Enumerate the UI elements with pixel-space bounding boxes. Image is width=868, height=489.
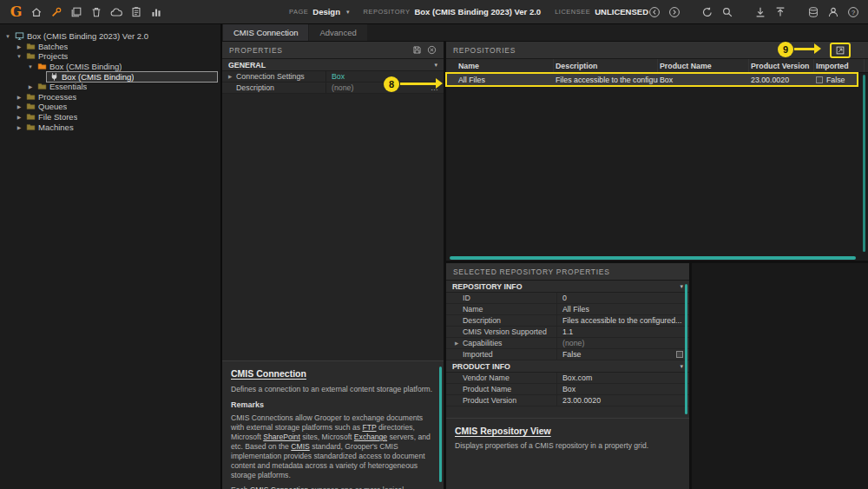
chevron-down-icon[interactable]: ▾ [680,283,683,290]
chevron-expanded-icon[interactable]: ▼ [26,64,35,69]
chevron-expanded-icon[interactable]: ▼ [15,54,23,59]
batches-icon[interactable] [70,6,82,18]
home-icon[interactable] [30,6,43,18]
user-icon[interactable] [827,6,839,18]
property-label-cell: ▶Capabilities [446,338,557,348]
tree-node-content: Batches [23,42,70,51]
doc-link-sharepoint[interactable]: SharePoint [263,433,300,441]
tree-node-queues[interactable]: ▶Queues [0,102,220,112]
refresh-icon[interactable] [701,6,713,18]
tree-node-box-cmis-binding[interactable]: ▼Box (CMIS Binding) [0,62,220,72]
property-label: Capabilities [463,339,502,347]
property-label: Name [463,305,483,314]
chart-icon[interactable] [150,6,162,18]
tab-advanced[interactable]: Advanced [309,24,366,41]
property-row-name[interactable]: NameAll Files [446,304,689,315]
category-product-info[interactable]: PRODUCT INFO▾ [446,360,689,373]
save-icon[interactable] [412,45,422,55]
chevron-down-icon[interactable]: ▾ [346,9,350,16]
column-header-product-name[interactable]: Product Name [658,59,749,72]
chevron-collapsed-icon[interactable]: ▶ [26,83,35,89]
property-row-product-name[interactable]: Product NameBox [446,384,689,395]
category-repository-info[interactable]: REPOSITORY INFO▾ [446,281,689,293]
import-repository-icon[interactable] [835,45,845,56]
help-icon[interactable]: ? [847,6,859,18]
property-value[interactable]: Files accessible to the configured... [557,316,689,325]
doc-link-ftp[interactable]: FTP [362,423,376,432]
property-row-capabilities[interactable]: ▶Capabilities(none) [446,338,689,349]
chevron-collapsed-icon[interactable]: ▶ [15,43,23,50]
annotation-callout-9: 9 [778,42,793,57]
property-value[interactable]: 1.1 [557,327,689,336]
properties-toolbar [412,45,437,55]
property-value[interactable]: 0 [557,294,689,302]
tree-node-label: Box (CMIS Binding 2023) Ver 2.0 [27,31,148,41]
chevron-collapsed-icon[interactable]: ▶ [15,94,23,100]
property-value[interactable]: Box [557,385,689,393]
property-row-description[interactable]: DescriptionFiles accessible to the confi… [446,315,689,327]
tree-node-batches[interactable]: ▶Batches [0,42,220,52]
repository-row-all-files[interactable]: All FilesFiles accessible to the configu… [446,73,858,86]
trash-icon[interactable] [90,6,102,18]
column-header-imported[interactable]: Imported [814,59,865,72]
tree-node-processes[interactable]: ▶Processes [0,92,220,102]
expander-icon[interactable]: ▶ [453,340,460,346]
property-row-vendor-name[interactable]: Vendor NameBox.com [446,373,689,384]
page-selector[interactable]: Design [312,7,340,17]
close-circle-icon[interactable] [427,45,437,55]
checkbox[interactable] [676,351,683,358]
property-value[interactable]: (none) [557,339,689,347]
tree-node-file-stores[interactable]: ▶File Stores [0,112,220,122]
column-header-description[interactable]: Description [554,59,658,72]
chevron-down-icon[interactable]: ▾ [680,363,683,370]
repository-field: REPOSITORY Box (CMIS Binding 2023) Ver 2… [364,7,542,17]
upload-icon[interactable] [774,6,786,18]
doc-link-cmis[interactable]: CMIS [291,442,309,451]
vertical-scrollbar[interactable] [863,75,865,252]
wrench-icon[interactable] [50,6,62,18]
property-value[interactable]: Box.com [557,373,689,382]
doc-link-exchange[interactable]: Exchange [354,433,387,441]
clipboard-icon[interactable] [130,6,142,18]
property-value[interactable]: False [557,350,676,359]
download-icon[interactable] [754,6,766,18]
tree-node-machines[interactable]: ▶Machines [0,122,220,132]
chevron-collapsed-icon[interactable]: ▶ [15,103,23,109]
property-row-connection-settings[interactable]: ▶Connection SettingsBox [222,71,444,83]
property-label: Product Version [463,396,516,405]
chevron-collapsed-icon[interactable]: ▶ [15,114,23,120]
tree-node-box-cmis-binding-2023-ver-2-0[interactable]: ▼Box (CMIS Binding 2023) Ver 2.0 [0,31,220,42]
property-row-cmis-version-supported[interactable]: CMIS Version Supported1.1 [446,327,689,338]
search-icon[interactable] [721,6,733,18]
property-row-id[interactable]: ID0 [446,293,689,304]
cell-description: Files accessible to the configured a... [554,73,658,86]
tab-cmis-connection[interactable]: CMIS Connection [223,24,308,41]
monitor-icon [15,31,24,41]
horizontal-scrollbar[interactable] [450,256,856,260]
database-icon[interactable] [807,6,819,18]
property-row-product-version[interactable]: Product Version23.00.0020 [446,395,689,406]
property-row-imported[interactable]: ImportedFalse [446,349,689,360]
highlighted-toolbar-button[interactable] [830,43,851,58]
vertical-scrollbar[interactable] [685,284,687,414]
chevron-expanded-icon[interactable]: ▼ [3,34,12,39]
grooper-logo[interactable]: G [9,3,23,21]
property-value[interactable]: All Files [557,305,689,314]
tree-node-projects[interactable]: ▼Projects [0,51,220,62]
tree-node-box-cmis-binding[interactable]: Box (CMIS Binding) [0,71,220,82]
doc-link-cmis-connection[interactable]: CMIS Connection [250,486,308,489]
tree-node-essentials[interactable]: ▶Essentials [0,82,220,92]
property-value[interactable]: 23.00.0020 [557,396,689,405]
column-header-name[interactable]: Name [457,59,554,72]
expander-icon[interactable]: ▶ [227,74,233,79]
chevron-down-icon[interactable]: ▾ [434,62,437,69]
nav-back-icon[interactable] [648,6,661,18]
category-general[interactable]: GENERAL▾ [222,59,444,71]
cmis-repository-view-doc: CMIS Repository View Displays properties… [446,418,689,489]
vertical-scrollbar[interactable] [439,367,442,482]
chevron-collapsed-icon[interactable]: ▶ [15,124,23,130]
nav-forward-icon[interactable] [668,6,681,18]
cloud-icon[interactable] [110,6,122,18]
column-header-product-version[interactable]: Product Version [749,59,814,72]
horizontal-scrollbar-track [446,255,868,261]
